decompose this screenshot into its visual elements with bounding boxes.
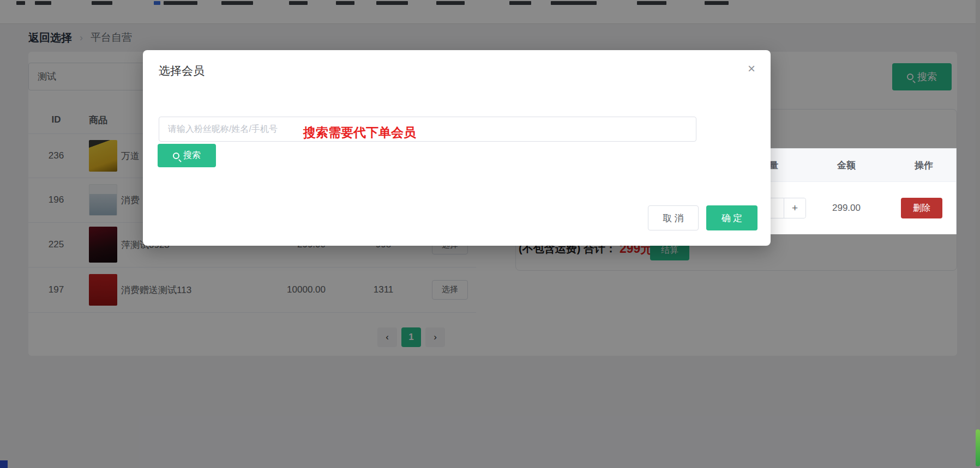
member-search-input[interactable] <box>159 117 696 142</box>
cancel-button[interactable]: 取 消 <box>648 205 699 230</box>
scrollbar-thumb[interactable] <box>976 429 980 466</box>
cart-item-amount: 299.00 <box>814 198 879 218</box>
member-dialog: 选择会员 × 搜索需要代下单会员 搜索 取 消 确 定 <box>143 50 771 246</box>
close-icon[interactable]: × <box>743 60 760 77</box>
delete-cart-item-button[interactable]: 删除 <box>901 198 942 218</box>
dialog-search-button[interactable]: 搜索 <box>158 144 216 167</box>
annotation-text: 搜索需要代下单会员 <box>303 124 416 141</box>
screen: 返回选择 › 平台自营 搜索 ID 商品 236 万道 196 消费 225 萍… <box>0 0 980 468</box>
amount-column-header: 金额 <box>825 159 868 172</box>
qty-increase-button[interactable]: + <box>784 198 805 218</box>
action-column-header: 操作 <box>902 159 946 172</box>
dialog-title: 选择会员 <box>159 63 205 78</box>
search-icon <box>173 153 179 159</box>
confirm-button[interactable]: 确 定 <box>706 205 757 230</box>
dialog-search-label: 搜索 <box>183 150 201 161</box>
